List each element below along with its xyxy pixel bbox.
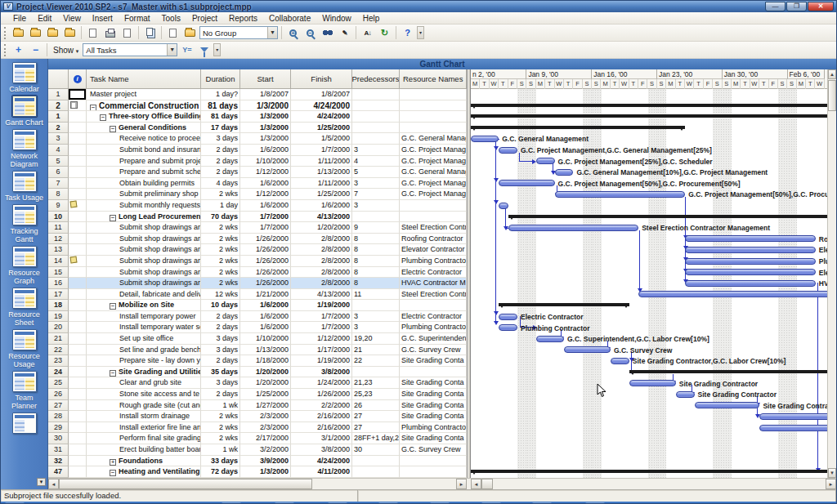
start-cell[interactable]: 1/6/2000 (240, 200, 291, 212)
resource-names-cell[interactable] (400, 367, 467, 378)
task-bar[interactable] (499, 147, 517, 154)
start-cell[interactable]: 1/3/2000 (240, 133, 291, 145)
finish-cell[interactable]: 4/24/2000 (291, 456, 352, 467)
task-bar[interactable] (695, 402, 760, 408)
finish-cell[interactable]: 1/17/2000 (291, 345, 352, 356)
start-cell[interactable]: 1/7/2000 (240, 212, 291, 223)
info-cell[interactable] (69, 111, 87, 123)
task-name-cell[interactable]: Clear and grub site (87, 377, 201, 389)
resource-names-cell[interactable] (400, 200, 467, 212)
summary-bar[interactable] (508, 215, 827, 218)
add-task-button[interactable]: + (11, 42, 26, 57)
predecessors-cell[interactable] (352, 133, 400, 145)
resource-names-cell[interactable]: Electric Contractor (400, 267, 467, 279)
info-cell[interactable] (69, 355, 87, 367)
start-cell[interactable]: 1/26/2000 (240, 278, 291, 289)
finish-cell[interactable]: 4/24/2000 (291, 100, 352, 112)
predecessors-cell[interactable] (352, 367, 400, 378)
info-cell[interactable] (69, 89, 87, 100)
summary-bar[interactable] (471, 126, 685, 129)
start-cell[interactable]: 1/10/2000 (240, 333, 291, 345)
summary-bar[interactable] (471, 470, 827, 473)
info-cell[interactable] (69, 145, 87, 156)
duration-cell[interactable]: 81 days (201, 100, 240, 112)
predecessors-cell[interactable]: 8 (352, 244, 400, 256)
task-name-cell[interactable]: −Mobilize on Site (87, 300, 201, 311)
scroll-down-icon[interactable]: ▼ (828, 468, 836, 478)
info-cell[interactable] (69, 444, 87, 456)
sidebar-item-calendar[interactable]: Calendar (2, 62, 47, 93)
info-cell[interactable] (69, 123, 87, 134)
task-bar[interactable] (685, 280, 816, 287)
task-name-cell[interactable]: Detail, fabricate and deliv (87, 289, 201, 301)
filter-combo[interactable]: All Tasks ▼ (83, 43, 177, 56)
duration-cell[interactable]: 3 days (201, 377, 240, 389)
duration-cell[interactable]: 81 days (201, 111, 240, 123)
info-cell[interactable] (69, 278, 87, 289)
finish-cell[interactable]: 1/25/2000 (291, 123, 352, 134)
predecessors-cell[interactable] (352, 111, 400, 123)
predecessors-cell[interactable]: 19,20 (352, 333, 400, 345)
menu-item-project[interactable]: Project (186, 13, 223, 24)
finish-cell[interactable]: 1/12/2000 (291, 333, 352, 345)
close-button[interactable]: ✕ (808, 2, 834, 11)
duration-cell[interactable]: 2 days (201, 311, 240, 323)
finish-cell[interactable]: 2/16/2000 (291, 411, 352, 422)
task-name-header[interactable]: Task Name (87, 69, 201, 89)
collapse-outline-icon[interactable]: − (100, 114, 106, 121)
restore-button[interactable]: ❐ (786, 2, 807, 11)
duration-cell[interactable]: 3 days (201, 133, 240, 145)
duration-cell[interactable]: 2 wks (201, 433, 240, 444)
start-cell[interactable]: 3/2/2000 (240, 444, 291, 456)
task-name-cell[interactable]: +Foundations (87, 456, 201, 467)
info-cell[interactable] (69, 189, 87, 200)
scrollbar-thumb[interactable] (828, 80, 836, 111)
task-bar[interactable] (536, 336, 564, 342)
predecessors-cell[interactable]: 8 (352, 267, 400, 279)
row-number-cell[interactable]: 15 (48, 267, 69, 279)
task-name-cell[interactable]: Obtain building permits (87, 178, 201, 190)
export-button[interactable] (45, 25, 60, 40)
info-cell[interactable] (69, 244, 87, 256)
predecessors-header[interactable]: Predecessors (352, 69, 400, 89)
menu-item-window[interactable]: Window (316, 13, 357, 24)
resource-names-cell[interactable]: Site Grading Conta (400, 411, 467, 422)
predecessors-cell[interactable]: 3 (352, 178, 400, 190)
start-cell[interactable]: 1/18/2000 (240, 355, 291, 367)
predecessors-cell[interactable] (352, 89, 400, 100)
collapse-outline-icon[interactable]: − (110, 470, 116, 476)
open-file-button[interactable] (11, 25, 26, 40)
duration-cell[interactable]: 33 days (201, 456, 240, 467)
duration-cell[interactable]: 4 days (201, 178, 240, 190)
help-button[interactable]: ? (400, 25, 415, 40)
resource-names-cell[interactable]: HVAC Contractor M (400, 278, 467, 289)
menu-item-format[interactable]: Format (119, 13, 156, 24)
predecessors-cell[interactable]: 22 (352, 355, 400, 367)
finish-cell[interactable]: 1/5/2000 (291, 133, 352, 145)
task-name-cell[interactable]: Install temporary water se (87, 322, 201, 333)
task-name-cell[interactable]: Erect building batter boar (87, 444, 201, 456)
copy-button[interactable] (142, 25, 158, 40)
predecessors-cell[interactable]: 8 (352, 256, 400, 267)
info-cell[interactable] (69, 167, 87, 178)
row-number-cell[interactable]: 23 (48, 355, 69, 367)
summary-bar[interactable] (629, 370, 827, 373)
predecessors-cell[interactable]: 21 (352, 345, 400, 356)
predecessors-cell[interactable]: 3 (352, 145, 400, 156)
row-number-cell[interactable]: 2 (48, 100, 69, 112)
sidebar-item-network-diagram[interactable]: Network Diagram (2, 129, 47, 168)
duration-cell[interactable]: 2 days (201, 156, 240, 167)
menu-item-help[interactable]: Help (357, 13, 386, 24)
start-cell[interactable]: 1/6/2000 (240, 178, 291, 190)
scroll-left-icon[interactable]: ◄ (471, 479, 481, 489)
scrollbar-thumb[interactable] (59, 479, 312, 489)
duration-cell[interactable]: 35 days (201, 367, 240, 378)
print-button[interactable] (102, 25, 118, 40)
task-name-cell[interactable]: Stone site access and te (87, 389, 201, 400)
task-name-cell[interactable]: −Long Lead Procurement (87, 212, 201, 223)
finish-cell[interactable]: 2/2/2000 (291, 400, 352, 412)
resource-names-cell[interactable]: Steel Erection Contr (400, 222, 467, 234)
resource-names-cell[interactable]: Roofing Contractor (400, 234, 467, 245)
menu-item-reports[interactable]: Reports (223, 13, 263, 24)
task-bar[interactable] (638, 291, 827, 297)
